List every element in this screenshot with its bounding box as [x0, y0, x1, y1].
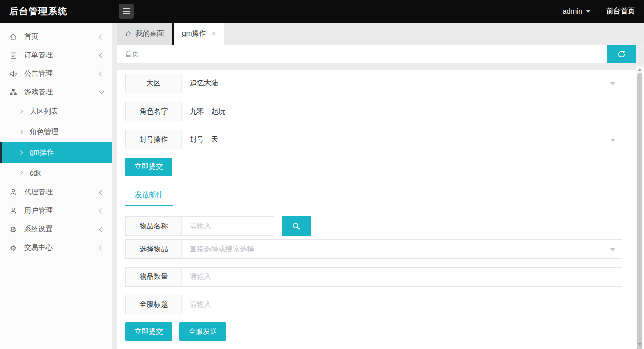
sidebar-item-settings[interactable]: ⚙ 系统设置 — [0, 220, 112, 238]
ban-action-select[interactable]: 封号一天 — [182, 130, 622, 149]
home-icon — [125, 30, 132, 37]
agent-icon — [8, 188, 18, 197]
gear-icon: ⚙ — [8, 243, 18, 252]
announcement-icon — [8, 69, 18, 78]
field-label: 物品数量 — [126, 268, 182, 286]
section-tabs: 发放邮件 — [125, 185, 622, 206]
front-site-link[interactable]: 前台首页 — [606, 7, 635, 16]
region-select[interactable]: 追忆大陆 — [182, 74, 622, 93]
sidebar-item-trade-center[interactable]: ⚙ 交易中心 — [0, 238, 112, 257]
sidebar-item-label: 用户管理 — [24, 206, 100, 215]
sidebar-subitem-region-list[interactable]: 大区列表 — [0, 101, 112, 122]
username: admin — [563, 7, 582, 15]
sidebar-item-home[interactable]: 首页 — [0, 28, 112, 46]
field-label: 全服标题 — [126, 295, 182, 314]
scroll-up-icon[interactable] — [638, 68, 642, 71]
item-select[interactable]: 直接选择或搜索选择 — [182, 240, 622, 258]
form-row-ban-action: 封号操作 封号一天 — [125, 130, 622, 149]
submit-button[interactable]: 立即提交 — [125, 158, 172, 176]
chevron-down-icon — [586, 10, 591, 13]
gear-icon: ⚙ — [8, 225, 18, 234]
sidebar-subitem-label: 角色管理 — [30, 127, 58, 137]
form-row-role-name: 角色名字 九零一起玩 — [125, 102, 622, 121]
sidebar-subitem-cdk[interactable]: cdk — [0, 163, 112, 183]
content-panel: 大区 追忆大陆 角色名字 九零一起玩 封号操作 封号一天 立即提交 发放邮件 — [117, 70, 636, 349]
arrow-right-icon — [19, 110, 23, 114]
breadcrumb-home[interactable]: 首页 — [117, 50, 139, 59]
hamburger-icon — [123, 11, 130, 12]
tab-label: 我的桌面 — [135, 29, 164, 38]
refresh-icon — [616, 49, 627, 59]
breadcrumb: 首页 — [117, 45, 636, 63]
chevron-left-icon — [99, 190, 104, 195]
form-row-server-title: 全服标题 请输入 — [125, 295, 622, 314]
tab-send-mail[interactable]: 发放邮件 — [125, 185, 173, 206]
chevron-down-icon — [99, 89, 104, 94]
chevron-left-icon — [99, 227, 104, 232]
form-row-item-count: 物品数量 请输入 — [125, 267, 622, 287]
sidebar-item-label: 交易中心 — [24, 243, 100, 252]
item-name-line: 物品名称 请输入 — [125, 216, 622, 236]
form-row-item-name: 物品名称 请输入 — [125, 216, 274, 236]
game-icon — [8, 88, 18, 97]
app-title: 后台管理系统 — [0, 5, 67, 17]
form-row-region: 大区 追忆大陆 — [125, 74, 622, 93]
sidebar-item-label: 游戏管理 — [24, 88, 100, 97]
chevron-down-icon — [610, 248, 615, 251]
menu-toggle-button[interactable] — [119, 4, 134, 19]
sidebar-item-label: 代理管理 — [24, 188, 100, 197]
open-tabs-bar: 我的桌面 gm操作 × — [117, 23, 644, 45]
arrow-right-icon — [19, 130, 23, 134]
sidebar-item-label: 订单管理 — [24, 51, 100, 60]
header-actions: admin 前台首页 — [563, 0, 635, 23]
sidebar-subitem-role-manage[interactable]: 角色管理 — [0, 122, 112, 142]
chevron-left-icon — [99, 53, 104, 58]
home-icon — [8, 32, 18, 41]
field-label: 角色名字 — [126, 102, 182, 121]
vertical-scrollbar[interactable] — [636, 66, 644, 349]
sidebar-subitem-label: gm操作 — [30, 148, 54, 157]
scroll-down-icon[interactable] — [638, 343, 642, 346]
sidebar-subitem-label: cdk — [30, 169, 41, 177]
refresh-button[interactable] — [607, 45, 636, 63]
search-button[interactable] — [282, 216, 311, 236]
field-label: 封号操作 — [126, 130, 182, 149]
tab-label: gm操作 — [182, 29, 206, 38]
sidebar-item-label: 首页 — [24, 32, 100, 41]
sidebar-item-announcements[interactable]: 公告管理 — [0, 64, 112, 83]
chevron-left-icon — [99, 245, 104, 250]
field-label: 大区 — [126, 74, 182, 93]
mail-buttons: 立即提交 全服发送 — [125, 322, 622, 341]
submit-button[interactable]: 立即提交 — [125, 322, 172, 341]
field-label: 选择物品 — [126, 240, 182, 258]
sidebar-item-users[interactable]: 用户管理 — [0, 202, 112, 220]
search-icon — [292, 222, 301, 231]
order-icon — [8, 51, 18, 60]
item-count-input[interactable]: 请输入 — [182, 268, 622, 286]
chevron-left-icon — [99, 208, 104, 213]
sidebar-subitem-gm-ops[interactable]: gm操作 — [0, 142, 112, 163]
tab-gm-ops[interactable]: gm操作 × — [172, 23, 224, 45]
sidebar-item-agents[interactable]: 代理管理 — [0, 183, 112, 202]
tab-my-desktop[interactable]: 我的桌面 — [117, 23, 172, 45]
sidebar-item-games[interactable]: 游戏管理 — [0, 83, 112, 101]
main-area: 我的桌面 gm操作 × 首页 大区 追忆大陆 角色名字 九零一起玩 — [112, 23, 644, 349]
server-title-input[interactable]: 请输入 — [182, 295, 622, 314]
user-dropdown[interactable]: admin — [563, 7, 591, 15]
send-all-button[interactable]: 全服发送 — [179, 322, 226, 341]
scrollbar-thumb[interactable] — [637, 73, 642, 349]
close-icon[interactable]: × — [211, 30, 216, 38]
sidebar: 首页 订单管理 公告管理 游戏管理 大区列表 — [0, 23, 112, 349]
chevron-down-icon — [610, 82, 615, 85]
arrow-right-icon — [19, 171, 23, 175]
user-icon — [8, 206, 18, 215]
role-name-input[interactable]: 九零一起玩 — [182, 102, 622, 121]
top-bar: 后台管理系统 admin 前台首页 — [0, 0, 644, 23]
form-row-item-select: 选择物品 直接选择或搜索选择 — [125, 239, 622, 259]
item-name-input[interactable]: 请输入 — [182, 217, 274, 235]
sidebar-item-orders[interactable]: 订单管理 — [0, 46, 112, 64]
sidebar-item-label: 系统设置 — [24, 225, 100, 234]
chevron-down-icon — [610, 139, 615, 142]
arrow-right-icon — [19, 150, 23, 155]
chevron-left-icon — [99, 71, 104, 76]
